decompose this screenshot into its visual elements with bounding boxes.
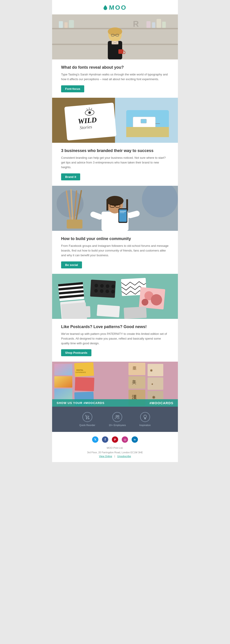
section4-title: Like Postcards? Love patterns? Good news…: [61, 324, 169, 330]
svg-text:R: R: [133, 19, 139, 28]
email-header: MOO: [52, 0, 178, 14]
svg-rect-70: [90, 280, 116, 298]
svg-rect-61: [120, 212, 124, 213]
svg-rect-53: [107, 199, 108, 210]
section3-content: How to build your online community From …: [52, 231, 178, 274]
svg-text:DIGITAL: DIGITAL: [76, 369, 84, 371]
section3-cta[interactable]: Be social: [61, 262, 82, 268]
svg-text:✱: ✱: [150, 368, 153, 372]
svg-text:美: 美: [132, 380, 136, 384]
inspiration-icon: [140, 412, 150, 422]
section3-image: [52, 186, 178, 231]
section1-cta[interactable]: Font-focus: [61, 85, 84, 92]
svg-rect-47: [67, 220, 82, 228]
social-icons-row: 𝕏 f P ◎ in: [57, 436, 173, 443]
svg-point-111: [118, 416, 119, 417]
svg-line-26: [89, 108, 89, 109]
inspiration-label: Inspiration: [139, 424, 151, 426]
wild-stories-illustration: WILD Stories: [52, 98, 178, 143]
svg-text:EXPERIENCE: EXPERIENCE: [76, 372, 86, 373]
section1-content: What do fonts reveal about you? Type Tas…: [52, 60, 178, 98]
facebook-icon[interactable]: f: [102, 436, 108, 443]
moocards-label-left: SHOW US YOUR #MOOCARDS: [57, 401, 105, 405]
email-container: MOO R: [52, 0, 178, 462]
logo-area: MOO: [52, 4, 178, 11]
svg-rect-98: [128, 376, 145, 389]
svg-rect-6: [146, 21, 150, 28]
section4-body: We've teamed up with pattern pros PATERN…: [61, 332, 169, 346]
pinterest-icon[interactable]: P: [112, 436, 118, 443]
svg-rect-113: [145, 419, 145, 419]
svg-rect-7: [152, 22, 155, 28]
svg-rect-86: [124, 306, 147, 319]
section1-image: R: [52, 14, 178, 60]
moo-logo-text: MOO: [109, 4, 127, 11]
linkedin-icon[interactable]: in: [132, 436, 138, 443]
social-illustration: [52, 186, 178, 231]
svg-rect-89: [54, 376, 72, 388]
svg-rect-85: [97, 304, 120, 317]
footer-icon-inspiration[interactable]: Inspiration: [139, 412, 151, 426]
svg-rect-4: [64, 22, 68, 28]
section1-title: What do fonts reveal about you?: [61, 65, 169, 70]
employees-label: 10+ Employees: [109, 424, 126, 426]
svg-point-110: [116, 416, 117, 417]
svg-text:亜: 亜: [132, 366, 136, 370]
instagram-icon[interactable]: ◎: [122, 436, 128, 443]
svg-rect-60: [120, 211, 126, 212]
svg-rect-88: [54, 364, 72, 375]
footer-icon-quick-reorder[interactable]: Quick Reorder: [79, 412, 95, 426]
quick-reorder-icon: [82, 412, 92, 422]
section4-content: Like Postcards? Love patterns? Good news…: [52, 319, 178, 362]
footer-separator: |: [114, 455, 115, 458]
moo-drop-icon: [103, 5, 107, 10]
unsubscribe-link[interactable]: Unsubscribe: [117, 455, 131, 458]
moocards-label-right: #MOOCARDS: [149, 401, 173, 405]
footer-icon-employees[interactable]: 10+ Employees: [109, 412, 126, 426]
section1-body: Type Tasting's Sarah Hyndman walks us th…: [61, 72, 169, 82]
svg-rect-3: [59, 21, 63, 28]
svg-rect-5: [69, 20, 74, 28]
patterns-illustration: [52, 274, 178, 319]
twitter-icon[interactable]: 𝕏: [92, 436, 98, 443]
svg-rect-92: [75, 377, 94, 391]
svg-text:WILD: WILD: [78, 116, 97, 125]
svg-rect-8: [157, 19, 161, 28]
section4-image: [52, 274, 178, 319]
employees-icon: [112, 412, 122, 422]
svg-rect-20: [118, 49, 123, 54]
footer-address: 3rd Floor, 20 Farringdon Road, London EC…: [57, 450, 173, 455]
section2-content: 3 businesses who branded their way to su…: [52, 143, 178, 186]
svg-rect-103: [148, 378, 163, 390]
svg-rect-84: [68, 306, 91, 318]
svg-rect-112: [144, 418, 146, 418]
svg-point-109: [88, 418, 89, 419]
svg-point-12: [108, 28, 122, 36]
svg-text:❋: ❋: [152, 395, 155, 400]
svg-point-108: [86, 418, 87, 419]
footer-icons-section: Quick Reorder 10+ Employees: [52, 407, 178, 432]
social-bar: 𝕏 f P ◎ in MOO Print Ltd. 3rd Floor, 20 …: [52, 432, 178, 462]
svg-rect-39: [126, 127, 169, 137]
section2-title: 3 businesses who branded their way to su…: [61, 148, 169, 153]
section5-image: DIGITAL EXPERIENCE 亜 美 漢 ✱ ✦ ❋ SHOW US Y…: [52, 362, 178, 407]
section3-body: From Facebook groups and Instagram follo…: [61, 244, 169, 258]
svg-rect-96: [128, 363, 145, 375]
section2-cta[interactable]: Brand it: [61, 174, 80, 180]
section3-title: How to build your online community: [61, 236, 169, 242]
quick-reorder-label: Quick Reorder: [79, 424, 95, 426]
footer-company: MOO Print Ltd.: [57, 446, 173, 450]
footer-links-row: View Online | Unsubscribe: [57, 455, 173, 458]
svg-rect-37: [141, 119, 146, 123]
svg-rect-9: [162, 22, 166, 28]
hero-illustration: R: [52, 14, 178, 60]
moocards-overlay: SHOW US YOUR #MOOCARDS #MOOCARDS: [52, 399, 178, 407]
svg-text:✦: ✦: [151, 382, 154, 386]
section2-body: Consistent branding can help get your bu…: [61, 156, 169, 170]
svg-point-52: [107, 196, 123, 206]
section4-cta[interactable]: Shop Postcards: [61, 349, 91, 356]
view-online-link[interactable]: View Online: [99, 455, 112, 458]
section2-image: WILD Stories: [52, 98, 178, 143]
